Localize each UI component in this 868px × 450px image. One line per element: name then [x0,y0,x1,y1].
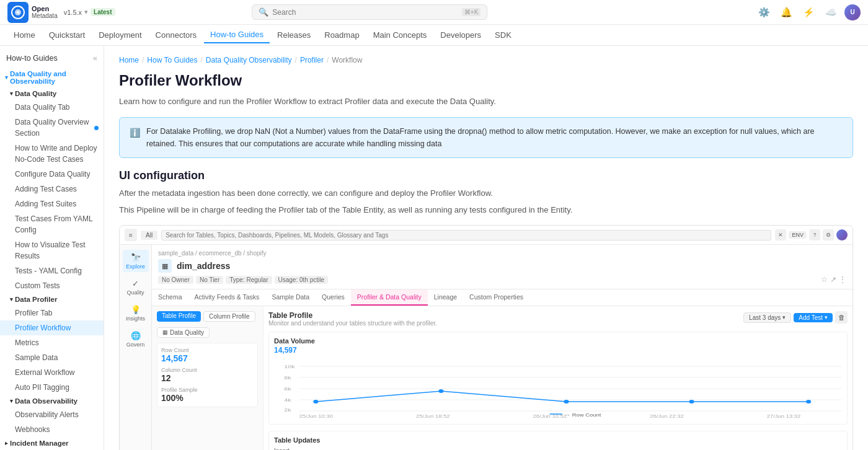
tab-connectors[interactable]: Connectors [149,27,203,43]
mock-tab-all[interactable]: All [141,231,157,240]
info-text: For Datalake Profiling, we drop NaN (Not… [146,125,843,150]
subsection-dq-header[interactable]: ▾ Data Quality [0,87,104,100]
sidebar-title: How-to Guides [6,54,58,63]
svg-text:27/Jun 13:32: 27/Jun 13:32 [767,414,801,419]
sidebar-item-auto-pii[interactable]: Auto PII Tagging [0,380,104,395]
sidebar-item-profiler-tab[interactable]: Profiler Tab [0,306,104,320]
tab-main-concepts[interactable]: Main Concepts [367,27,433,43]
logo-area[interactable]: Open Metadata [7,2,58,23]
mock-entity-path: sample_data / ecommerce_db / shopify [158,250,846,257]
bolt-btn[interactable]: ⚡ [800,4,817,21]
sidebar-item-dq-tab[interactable]: Data Quality Tab [0,100,104,115]
mock-rail-quality[interactable]: ✓ Quality [123,276,149,298]
mock-dq-label[interactable]: ▦ Data Quality [157,327,210,338]
notifications-btn[interactable]: 🔔 [777,4,795,21]
svg-point-13 [313,400,318,404]
sidebar-item-adding-test-suites[interactable]: Adding Test Suites [0,196,104,211]
mock-entity-name: dim_address [177,261,230,271]
user-avatar[interactable]: U [844,4,861,20]
sidebar-item-obs-alerts[interactable]: Observability Alerts [0,407,104,422]
sidebar-item-webhooks[interactable]: Webhooks [0,422,104,437]
mock-tab-custom-props[interactable]: Custom Properties [463,289,529,306]
tab-quickstart[interactable]: Quickstart [43,27,92,43]
search-input[interactable] [272,8,458,17]
tab-releases[interactable]: Releases [271,27,317,43]
section-im-header[interactable]: ▸ Incident Manager [0,437,104,449]
tab-sdk[interactable]: SDK [489,27,518,43]
sidebar-item-configure-dq[interactable]: Configure Data Quality [0,167,104,182]
mock-stat-profile-sample-label: Profile Sample [161,387,254,393]
svg-text:4k: 4k [284,397,291,403]
mock-tab-schema[interactable]: Schema [152,289,188,306]
mock-tag-owner[interactable]: No Owner [158,276,193,284]
tab-home[interactable]: Home [7,27,42,43]
mock-icon1[interactable]: ✕ [775,229,786,240]
svg-point-16 [689,400,694,404]
mock-profile-title-area: Table Profile Monitor and understand you… [268,311,437,327]
cloud-btn[interactable]: ☁️ [822,4,839,21]
mock-user-avatar[interactable] [836,229,848,240]
search-icon: 🔍 [259,7,268,17]
top-icons-area: ⚙️ 🔔 ⚡ ☁️ U [755,4,861,21]
sidebar-item-external-workflow[interactable]: External Workflow [0,365,104,380]
mock-action-more[interactable]: ⋮ [839,275,846,284]
settings-btn[interactable]: ⚙️ [755,4,773,21]
breadcrumb-profiler[interactable]: Profiler [300,56,324,64]
mock-btn-column-profile[interactable]: Column Profile [203,311,255,322]
mock-tab-lineage[interactable]: Lineage [428,289,463,306]
tab-how-to-guides[interactable]: How-to Guides [204,27,270,43]
sidebar-item-dq-overview[interactable]: Data Quality Overview Section [0,115,104,141]
subsection-dp-header[interactable]: ▾ Data Profiler [0,293,104,306]
sidebar-item-metrics[interactable]: Metrics [0,335,104,350]
tab-developers[interactable]: Developers [434,27,487,43]
mock-tab-queries[interactable]: Queries [316,289,351,306]
section-dqo-label: Data Quality and Observability [10,70,99,85]
sidebar-item-sample-data[interactable]: Sample Data [0,350,104,365]
mock-stat-row-count: Row Count 14,567 [161,347,254,363]
mock-top-bar: ≡ All ✕ ENV ? ⚙ [120,226,852,245]
mock-rail-explore[interactable]: 🔭 Explore [123,250,149,272]
sidebar-item-yaml-config[interactable]: Test Cases From YAML Config [0,211,104,237]
tab-deployment[interactable]: Deployment [92,27,148,43]
mock-action-share[interactable]: ↗ [830,275,836,284]
mock-date-picker[interactable]: Last 3 days ▾ [743,312,791,323]
sidebar-item-profiler-workflow[interactable]: Profiler Workflow [0,320,104,335]
mock-tab-profiler-dq[interactable]: Profiler & Data Quality [351,289,428,306]
sidebar-item-tests-yaml[interactable]: Tests - YAML Config [0,263,104,278]
mock-nav-expand[interactable]: ≡ [125,229,137,241]
breadcrumb-home[interactable]: Home [119,56,139,64]
mock-search-input[interactable] [161,230,771,240]
mock-rail-insights[interactable]: 💡 Insights [123,302,149,324]
version-caret[interactable]: ▾ [84,8,88,16]
sidebar-item-custom-tests[interactable]: Custom Tests [0,278,104,293]
sidebar-header[interactable]: How-to Guides « [0,48,104,68]
sidebar-item-adding-test-cases[interactable]: Adding Test Cases [0,182,104,196]
subsection-do-header[interactable]: ▾ Data Observability [0,395,104,407]
mock-tag-tier[interactable]: No Tier [196,276,223,284]
mock-rail-govern[interactable]: 🌐 Govern [123,328,149,350]
mock-entity-main: sample_data / ecommerce_db / shopify ▦ d… [152,245,852,450]
breadcrumb-sep3: / [295,56,297,64]
subsection-data-profiler: ▾ Data Profiler Profiler Tab Profiler Wo… [0,293,104,395]
date-caret-icon: ▾ [782,314,786,320]
mock-add-test-btn[interactable]: Add Test ▾ [794,313,833,322]
sidebar-collapse-icon[interactable]: « [93,53,97,63]
section-dqo-header[interactable]: ▾ Data Quality and Observability [0,68,104,87]
breadcrumb-how-to[interactable]: How To Guides [147,56,197,64]
breadcrumb-sep1: / [142,56,144,64]
breadcrumb-dqo[interactable]: Data Quality Observability [206,56,292,64]
mock-icon3[interactable]: ⚙ [823,229,834,240]
dq-label-text: Data Quality [170,329,204,336]
sidebar-item-nocode-test[interactable]: How to Write and Deploy No-Code Test Cas… [0,141,104,167]
subsection-do-caret: ▾ [10,398,13,404]
mock-tab-activity[interactable]: Activity Feeds & Tasks [188,289,266,306]
mock-btn-table-profile[interactable]: Table Profile [157,311,201,322]
svg-text:→ Row Count: → Row Count [565,413,601,418]
mock-tab-sample-data[interactable]: Sample Data [265,289,316,306]
mock-delete-btn[interactable]: 🗑 [835,311,848,324]
mock-action-star[interactable]: ☆ [821,275,828,284]
tab-roadmap[interactable]: Roadmap [318,27,365,43]
mock-profile-content: Table Profile Column Profile ▦ Data Qual… [152,306,852,450]
sidebar-item-visualize-test[interactable]: How to Visualize Test Results [0,237,104,263]
mock-icon2[interactable]: ? [809,229,820,240]
